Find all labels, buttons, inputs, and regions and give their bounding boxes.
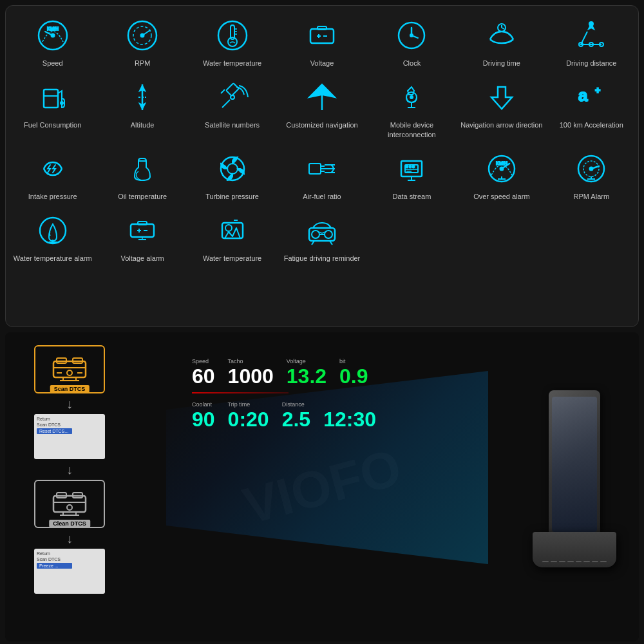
svg-rect-32: [44, 90, 58, 108]
fatigue-label: Fatigue driving reminder: [284, 254, 361, 263]
hud-time-col: . 12:30: [323, 401, 376, 430]
hud-coolant-label: Coolant: [192, 401, 212, 408]
svg-point-92: [325, 231, 332, 238]
svg-text:KM/H: KM/H: [496, 161, 507, 166]
icon-rpm-alarm: RPM Alarm: [548, 146, 635, 205]
hud-bit-label: bit: [339, 358, 346, 365]
demo-section: VIOFO Scan DTCS ↓ Return: [5, 332, 639, 641]
hud-section: Speed 60 Tacho 1000 Voltage 13.2 bit 0.9: [134, 332, 639, 641]
turbine-label: Turbine pressure: [205, 192, 259, 201]
icon-turbine: Turbine pressure: [189, 146, 276, 205]
intake-icon: [33, 149, 72, 188]
fuel-icon: [33, 78, 72, 117]
empty-cell-3: [548, 207, 635, 267]
dtc-flow: Scan DTCS ↓ Return Scan DTCS Reset DTCS.…: [5, 332, 134, 641]
intake-label: Intake pressure: [28, 192, 77, 201]
icon-custom-nav: Customized navigation: [278, 74, 365, 143]
empty-cell-2: [458, 207, 545, 267]
voltage-alarm-label: Voltage alarm: [121, 254, 164, 263]
fuel-label: Fuel Consumption: [24, 120, 81, 129]
hud-time-label: .: [323, 401, 325, 408]
hud-device: [523, 390, 626, 583]
svg-rect-54: [401, 161, 422, 176]
screen2-button: Freeze ...: [37, 563, 72, 569]
svg-rect-15: [317, 26, 327, 30]
icon-intake: Intake pressure: [9, 146, 96, 205]
empty-cell-1: [368, 207, 455, 267]
vent-6: [583, 561, 590, 562]
hud-tacho-col: Tacho 1000: [228, 358, 274, 386]
icon-voltage: Voltage: [278, 12, 365, 71]
oil-temp-icon: [123, 149, 162, 188]
water-temp2-icon: [213, 211, 252, 250]
svg-point-56: [406, 166, 408, 167]
scan-dtcs-label: Scan DTCS: [50, 385, 90, 393]
vent-8: [600, 561, 607, 562]
hud-coolant-col: Coolant 90: [192, 401, 215, 430]
icon-over-speed: KM/H Over speed alarm: [458, 146, 545, 205]
vent-4: [567, 561, 574, 562]
device-base: [533, 532, 616, 567]
svg-rect-38: [226, 83, 239, 96]
driving-time-label: Driving time: [483, 59, 520, 68]
rpm-alarm-label: RPM Alarm: [573, 192, 609, 201]
over-speed-icon: KM/H: [482, 149, 521, 188]
hud-voltage-col: Voltage 13.2: [287, 358, 327, 386]
oil-temp-label: Oil temperature: [118, 192, 167, 201]
hud-distance-value: 2.5: [282, 409, 310, 430]
satellite-icon: [213, 78, 252, 117]
hud-bit-col: bit 0.9: [339, 358, 368, 386]
clock-icon: [392, 16, 431, 55]
turbine-icon: [213, 149, 252, 188]
hud-tacho-value: 1000: [228, 366, 274, 386]
arrow-1: ↓: [66, 397, 73, 410]
water-temp-label: Water temperature: [203, 59, 261, 68]
clean-dtcs-icon: Clean DTCS: [34, 480, 105, 528]
hud-time-value: 12:30: [323, 409, 376, 430]
over-speed-label: Over speed alarm: [473, 192, 529, 201]
screen-box-2: Return Scan DTCS Freeze ...: [34, 549, 105, 594]
driving-distance-label: Driving distance: [566, 59, 616, 68]
svg-point-26: [589, 22, 593, 26]
water-temp-icon: [213, 16, 252, 55]
svg-line-39: [221, 90, 225, 93]
arrow-3: ↓: [66, 532, 73, 545]
svg-point-101: [67, 370, 72, 375]
svg-point-58: [413, 166, 415, 167]
vent-1: [542, 561, 549, 562]
svg-point-34: [61, 102, 63, 104]
hud-voltage-value: 13.2: [287, 366, 327, 386]
hud-speed-col: Speed 60: [192, 358, 215, 386]
speed-icon: KM/H: [33, 16, 72, 55]
icon-satellite: Satellite numbers: [189, 74, 276, 143]
icon-rpm: RPM: [99, 12, 185, 71]
voltage-alarm-icon: [123, 211, 162, 250]
icon-water-temp-alarm: Water temperature alarm: [9, 207, 96, 267]
svg-point-67: [500, 167, 503, 170]
screen2-line2: Scan DTCS: [37, 557, 61, 562]
icon-grid: KM/H Speed RPM: [9, 12, 635, 267]
100km-label: 100 km Acceleration: [560, 120, 623, 129]
screen1-line1: Return: [37, 417, 50, 421]
icon-oil-temp: Oil temperature: [99, 146, 185, 205]
svg-point-22: [410, 34, 413, 37]
icon-driving-time: Driving time: [458, 12, 545, 71]
voltage-label: Voltage: [310, 59, 334, 68]
icon-data-stream: Data stream: [368, 146, 455, 205]
custom-nav-label: Customized navigation: [286, 120, 357, 129]
mobile-label: Mobile device interconnection: [371, 120, 453, 139]
air-fuel-label: Air-fuel ratio: [303, 192, 341, 201]
water-temp-alarm-label: Water temperature alarm: [14, 254, 92, 263]
driving-distance-icon: [572, 16, 611, 55]
driving-time-icon: [482, 16, 521, 55]
svg-point-91: [312, 231, 319, 238]
icon-mobile: Mobile device interconnection: [368, 74, 455, 143]
vent-7: [592, 561, 598, 562]
svg-point-42: [410, 96, 413, 99]
hud-coolant-value: 90: [192, 409, 215, 430]
svg-text:a: a: [578, 86, 588, 105]
icon-nav-arrow: Navigation arrow direction: [458, 74, 545, 143]
icon-water-temp: Water temperature: [189, 12, 276, 71]
svg-point-87: [225, 225, 232, 231]
icon-clock: Clock: [368, 12, 455, 71]
